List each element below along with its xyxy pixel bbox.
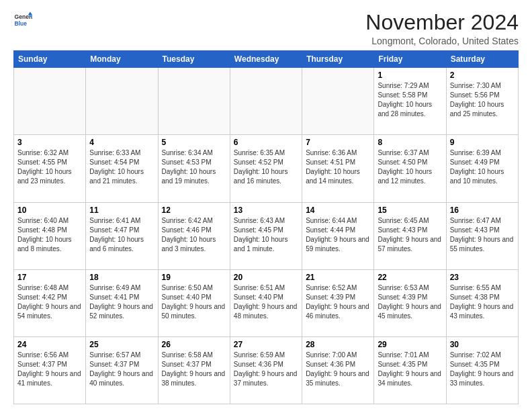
day-number: 13 xyxy=(234,205,298,215)
day-number: 4 xyxy=(89,138,154,147)
cell-w2-d7: 9Sunrise: 6:39 AM Sunset: 4:49 PM Daylig… xyxy=(446,135,518,202)
cell-w4-d3: 19Sunrise: 6:50 AM Sunset: 4:40 PM Dayli… xyxy=(158,269,230,336)
cell-w2-d3: 5Sunrise: 6:34 AM Sunset: 4:53 PM Daylig… xyxy=(158,135,230,202)
day-number: 9 xyxy=(450,138,515,147)
day-info: Sunrise: 6:52 AM Sunset: 4:39 PM Dayligh… xyxy=(306,283,370,321)
day-info: Sunrise: 6:49 AM Sunset: 4:41 PM Dayligh… xyxy=(89,283,154,321)
day-info: Sunrise: 6:42 AM Sunset: 4:46 PM Dayligh… xyxy=(162,216,226,254)
cell-w5-d6: 29Sunrise: 7:01 AM Sunset: 4:35 PM Dayli… xyxy=(374,336,446,404)
week-row-1: 1Sunrise: 7:29 AM Sunset: 5:58 PM Daylig… xyxy=(14,68,519,135)
day-info: Sunrise: 6:32 AM Sunset: 4:55 PM Dayligh… xyxy=(17,148,82,186)
cell-w1-d3 xyxy=(158,68,230,135)
header-friday: Friday xyxy=(374,51,446,68)
day-number: 21 xyxy=(306,273,370,282)
header-thursday: Thursday xyxy=(302,51,374,68)
cell-w1-d4 xyxy=(230,68,302,135)
day-number: 5 xyxy=(162,138,226,147)
cell-w1-d2 xyxy=(86,68,158,135)
day-number: 7 xyxy=(306,138,370,147)
day-number: 22 xyxy=(378,273,442,282)
day-info: Sunrise: 6:33 AM Sunset: 4:54 PM Dayligh… xyxy=(89,148,154,186)
cell-w2-d5: 7Sunrise: 6:36 AM Sunset: 4:51 PM Daylig… xyxy=(302,135,374,202)
cell-w2-d2: 4Sunrise: 6:33 AM Sunset: 4:54 PM Daylig… xyxy=(86,135,158,202)
day-info: Sunrise: 6:55 AM Sunset: 4:38 PM Dayligh… xyxy=(450,283,515,321)
cell-w3-d3: 12Sunrise: 6:42 AM Sunset: 4:46 PM Dayli… xyxy=(158,202,230,269)
cell-w5-d2: 25Sunrise: 6:57 AM Sunset: 4:37 PM Dayli… xyxy=(86,336,158,404)
day-number: 19 xyxy=(162,273,226,282)
day-info: Sunrise: 6:47 AM Sunset: 4:43 PM Dayligh… xyxy=(450,216,515,254)
day-number: 12 xyxy=(162,205,226,215)
day-number: 23 xyxy=(450,273,515,282)
logo: General Blue xyxy=(13,11,32,30)
day-info: Sunrise: 7:30 AM Sunset: 5:56 PM Dayligh… xyxy=(450,81,515,119)
cell-w4-d1: 17Sunrise: 6:48 AM Sunset: 4:42 PM Dayli… xyxy=(14,269,86,336)
header-sunday: Sunday xyxy=(14,51,86,68)
day-info: Sunrise: 7:00 AM Sunset: 4:36 PM Dayligh… xyxy=(306,351,370,388)
day-info: Sunrise: 7:02 AM Sunset: 4:35 PM Dayligh… xyxy=(450,351,515,388)
header-wednesday: Wednesday xyxy=(230,51,302,68)
cell-w2-d6: 8Sunrise: 6:37 AM Sunset: 4:50 PM Daylig… xyxy=(374,135,446,202)
day-info: Sunrise: 6:48 AM Sunset: 4:42 PM Dayligh… xyxy=(17,283,82,321)
day-info: Sunrise: 6:45 AM Sunset: 4:43 PM Dayligh… xyxy=(378,216,442,254)
cell-w5-d5: 28Sunrise: 7:00 AM Sunset: 4:36 PM Dayli… xyxy=(302,336,374,404)
cell-w4-d5: 21Sunrise: 6:52 AM Sunset: 4:39 PM Dayli… xyxy=(302,269,374,336)
day-info: Sunrise: 6:59 AM Sunset: 4:36 PM Dayligh… xyxy=(234,351,298,388)
cell-w5-d4: 27Sunrise: 6:59 AM Sunset: 4:36 PM Dayli… xyxy=(230,336,302,404)
day-number: 25 xyxy=(89,340,154,349)
day-number: 18 xyxy=(89,273,154,282)
cell-w5-d7: 30Sunrise: 7:02 AM Sunset: 4:35 PM Dayli… xyxy=(446,336,518,404)
cell-w1-d6: 1Sunrise: 7:29 AM Sunset: 5:58 PM Daylig… xyxy=(374,68,446,135)
header-tuesday: Tuesday xyxy=(158,51,230,68)
day-number: 11 xyxy=(89,205,154,215)
day-number: 17 xyxy=(17,273,82,282)
day-info: Sunrise: 6:39 AM Sunset: 4:49 PM Dayligh… xyxy=(450,148,515,186)
day-number: 29 xyxy=(378,340,442,349)
day-number: 30 xyxy=(450,340,515,349)
cell-w3-d5: 14Sunrise: 6:44 AM Sunset: 4:44 PM Dayli… xyxy=(302,202,374,269)
cell-w5-d1: 24Sunrise: 6:56 AM Sunset: 4:37 PM Dayli… xyxy=(14,336,86,404)
page-header: General Blue November 2024 Longmont, Col… xyxy=(13,11,519,46)
day-number: 1 xyxy=(378,71,442,80)
calendar-table: Sunday Monday Tuesday Wednesday Thursday… xyxy=(13,50,519,404)
weekday-header-row: Sunday Monday Tuesday Wednesday Thursday… xyxy=(14,51,519,68)
day-number: 28 xyxy=(306,340,370,349)
cell-w4-d2: 18Sunrise: 6:49 AM Sunset: 4:41 PM Dayli… xyxy=(86,269,158,336)
day-info: Sunrise: 6:56 AM Sunset: 4:37 PM Dayligh… xyxy=(17,351,82,388)
week-row-3: 10Sunrise: 6:40 AM Sunset: 4:48 PM Dayli… xyxy=(14,202,519,269)
cell-w2-d1: 3Sunrise: 6:32 AM Sunset: 4:55 PM Daylig… xyxy=(14,135,86,202)
day-number: 27 xyxy=(234,340,298,349)
day-number: 8 xyxy=(378,138,442,147)
cell-w4-d7: 23Sunrise: 6:55 AM Sunset: 4:38 PM Dayli… xyxy=(446,269,518,336)
day-number: 26 xyxy=(162,340,226,349)
cell-w1-d1 xyxy=(14,68,86,135)
day-number: 20 xyxy=(234,273,298,282)
day-info: Sunrise: 6:34 AM Sunset: 4:53 PM Dayligh… xyxy=(162,148,226,186)
cell-w4-d4: 20Sunrise: 6:51 AM Sunset: 4:40 PM Dayli… xyxy=(230,269,302,336)
week-row-5: 24Sunrise: 6:56 AM Sunset: 4:37 PM Dayli… xyxy=(14,336,519,404)
logo-icon: General Blue xyxy=(13,11,32,30)
cell-w1-d7: 2Sunrise: 7:30 AM Sunset: 5:56 PM Daylig… xyxy=(446,68,518,135)
day-info: Sunrise: 6:53 AM Sunset: 4:39 PM Dayligh… xyxy=(378,283,442,321)
header-saturday: Saturday xyxy=(446,51,518,68)
title-block: November 2024 Longmont, Colorado, United… xyxy=(365,11,519,46)
cell-w3-d1: 10Sunrise: 6:40 AM Sunset: 4:48 PM Dayli… xyxy=(14,202,86,269)
day-info: Sunrise: 6:51 AM Sunset: 4:40 PM Dayligh… xyxy=(234,283,298,321)
location: Longmont, Colorado, United States xyxy=(365,36,519,46)
day-number: 10 xyxy=(17,205,82,215)
day-number: 14 xyxy=(306,205,370,215)
day-info: Sunrise: 6:58 AM Sunset: 4:37 PM Dayligh… xyxy=(162,351,226,388)
cell-w1-d5 xyxy=(302,68,374,135)
day-info: Sunrise: 6:41 AM Sunset: 4:47 PM Dayligh… xyxy=(89,216,154,254)
day-info: Sunrise: 6:35 AM Sunset: 4:52 PM Dayligh… xyxy=(234,148,298,186)
cell-w3-d2: 11Sunrise: 6:41 AM Sunset: 4:47 PM Dayli… xyxy=(86,202,158,269)
day-info: Sunrise: 6:37 AM Sunset: 4:50 PM Dayligh… xyxy=(378,148,442,186)
day-info: Sunrise: 6:43 AM Sunset: 4:45 PM Dayligh… xyxy=(234,216,298,254)
day-info: Sunrise: 7:29 AM Sunset: 5:58 PM Dayligh… xyxy=(378,81,442,119)
cell-w3-d4: 13Sunrise: 6:43 AM Sunset: 4:45 PM Dayli… xyxy=(230,202,302,269)
day-info: Sunrise: 6:36 AM Sunset: 4:51 PM Dayligh… xyxy=(306,148,370,186)
day-number: 24 xyxy=(17,340,82,349)
cell-w3-d7: 16Sunrise: 6:47 AM Sunset: 4:43 PM Dayli… xyxy=(446,202,518,269)
cell-w4-d6: 22Sunrise: 6:53 AM Sunset: 4:39 PM Dayli… xyxy=(374,269,446,336)
week-row-4: 17Sunrise: 6:48 AM Sunset: 4:42 PM Dayli… xyxy=(14,269,519,336)
day-info: Sunrise: 6:40 AM Sunset: 4:48 PM Dayligh… xyxy=(17,216,82,254)
